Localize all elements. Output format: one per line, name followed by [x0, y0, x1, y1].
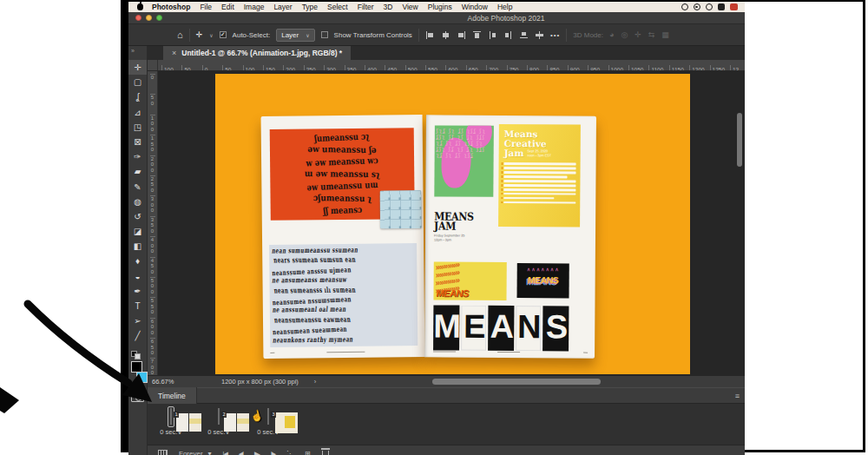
menu-item[interactable]: 3D — [384, 3, 393, 11]
close-window-button[interactable] — [135, 15, 141, 21]
evernote-icon[interactable] — [718, 3, 725, 10]
frame-tool[interactable]: ⊠ — [128, 135, 147, 149]
first-frame-button[interactable]: |◀ — [223, 451, 227, 455]
document-canvas[interactable]: ʃumeanssu ɔʅəw umeanssu ʃəw əw meanssu w… — [215, 74, 690, 374]
menu-item[interactable]: Type — [302, 3, 318, 11]
ruler-tick-label: 100 — [150, 115, 155, 135]
status-chevron-icon[interactable]: › — [314, 378, 317, 386]
object-selection-tool[interactable]: ⊿ — [128, 105, 147, 120]
menu-item[interactable]: Help — [497, 3, 512, 11]
3d-slide-icon[interactable]: ⇆ — [648, 30, 655, 39]
frame-thumbnail[interactable]: 2 — [218, 408, 220, 425]
auto-select-checkbox[interactable]: ✓ — [220, 31, 227, 38]
ruler-tick-label: 850 — [547, 65, 567, 70]
delete-frame-button[interactable] — [322, 451, 329, 455]
lasso-tool[interactable]: ʆ — [128, 89, 147, 104]
animation-frame-3[interactable]: 3 ☝ 0 sec.∨ — [247, 406, 290, 436]
quick-mask-icon[interactable] — [131, 392, 144, 402]
panel-menu-icon[interactable]: ≡ — [735, 392, 740, 400]
new-frame-button[interactable]: ⊞ — [305, 450, 311, 455]
vertical-scrollbar[interactable] — [737, 113, 742, 167]
means-3d-poster: »»»»»» »»»»»» »»»»»» »»»»»» MEANS — [433, 261, 506, 300]
move-tool-icon[interactable]: ✛ — [196, 30, 204, 39]
align-top-icon[interactable] — [472, 30, 482, 40]
show-transform-checkbox[interactable] — [321, 31, 328, 38]
marquee-tool[interactable]: ▢ — [128, 75, 147, 89]
distribute-left-icon[interactable] — [488, 30, 497, 40]
healing-brush-tool[interactable]: ▰ — [128, 164, 147, 179]
ruler-tick-label: 350 — [345, 65, 365, 70]
page-footer — [326, 351, 365, 353]
brush-tool[interactable]: ✎ — [128, 180, 147, 195]
home-icon[interactable]: ⌂ — [177, 30, 183, 40]
3d-scale-icon[interactable]: ▦ — [661, 30, 669, 39]
frame-thumbnail[interactable]: 3 ☝ — [267, 408, 269, 425]
app-menu[interactable]: Photoshop — [152, 3, 190, 11]
chevron-down-icon[interactable]: ∨ — [209, 32, 213, 38]
info-icon[interactable] — [706, 3, 713, 10]
blur-tool[interactable]: ♦ — [128, 254, 147, 268]
distribute-middle-icon[interactable] — [535, 30, 544, 40]
eraser-tool[interactable]: ◪ — [128, 224, 147, 239]
move-tool[interactable]: ✛ — [128, 60, 147, 75]
frame-thumbnail[interactable]: 1 — [170, 408, 172, 425]
clone-stamp-tool[interactable]: ◍ — [128, 195, 147, 209]
foreground-color-swatch[interactable] — [131, 361, 142, 373]
zoom-level[interactable]: 66.67% — [152, 378, 204, 386]
notification-badge[interactable] — [730, 3, 738, 10]
path-selection-tool[interactable]: ➢ — [128, 313, 147, 328]
history-brush-tool[interactable]: ↺ — [128, 209, 147, 224]
align-right-icon[interactable] — [457, 30, 466, 40]
apple-icon[interactable] — [137, 3, 143, 10]
align-left-icon[interactable] — [425, 30, 435, 40]
zoom-window-button[interactable] — [156, 15, 162, 21]
next-frame-button[interactable]: |▶ — [271, 451, 275, 455]
previous-frame-button[interactable]: ◀| — [239, 451, 243, 455]
3d-roll-icon[interactable]: ◎ — [621, 30, 628, 39]
more-options-icon[interactable]: ••• — [550, 31, 560, 39]
horizontal-scrollbar[interactable] — [432, 379, 601, 385]
dodge-tool[interactable]: ◒ — [128, 269, 147, 284]
convert-to-video-icon[interactable] — [158, 450, 168, 455]
menu-item[interactable]: View — [402, 3, 418, 11]
menu-item[interactable]: Select — [327, 3, 348, 11]
animation-frame-1[interactable]: 1 0 sec.∨ — [149, 406, 193, 436]
ruler-tick-label: 900 — [568, 65, 588, 70]
ruler-tick-label: 300 — [324, 65, 344, 70]
menu-item[interactable]: Image — [244, 3, 265, 11]
line-tool[interactable]: ╱ — [128, 328, 147, 343]
minimize-window-button[interactable] — [146, 15, 152, 21]
jam-detail: 12pm - 3pm — [434, 238, 491, 242]
pen-tool[interactable]: ✒ — [128, 284, 147, 299]
document-tab[interactable]: × Untitled-1 @ 66.7% (Animation-1.jpg, R… — [163, 46, 351, 60]
menu-item[interactable]: Edit — [221, 3, 234, 11]
tween-button[interactable]: ⋱ — [286, 450, 293, 455]
menu-item[interactable]: File — [200, 3, 212, 11]
distribute-center-icon[interactable] — [503, 30, 513, 40]
magazine-right-page: ʃʅʆ ʃʅ ʆʃ ʅʃʆ ʃʅ ʆʃʅ ʃʆ ʅʃ ʆʅ ʃʆʃ ʅʆ ʃʅ … — [424, 115, 596, 358]
eyedropper-tool[interactable]: ✑ — [128, 149, 147, 164]
align-center-icon[interactable] — [441, 30, 450, 40]
letter-card: E — [461, 306, 487, 351]
menu-item[interactable]: Layer — [273, 3, 292, 11]
animation-frame-2[interactable]: 2 0 sec.∨ — [197, 406, 240, 436]
creative-cloud-icon[interactable] — [694, 3, 700, 10]
menu-item[interactable]: Plugins — [428, 3, 452, 11]
record-icon[interactable] — [681, 3, 688, 10]
play-button[interactable]: ▶ — [254, 450, 260, 455]
menu-item[interactable]: Filter — [358, 3, 374, 11]
timeline-tab[interactable]: Timeline — [148, 387, 197, 404]
auto-select-target-dropdown[interactable]: Layer ∨ — [276, 29, 314, 42]
background-color-swatch[interactable] — [136, 372, 148, 383]
pasteboard[interactable]: ʃumeanssu ɔʅəw umeanssu ʃəw əw meanssu w… — [158, 71, 745, 375]
gradient-tool[interactable]: ◧ — [128, 239, 147, 254]
type-tool[interactable]: T — [128, 299, 147, 313]
loop-options-dropdown[interactable]: Forever ▾ — [179, 450, 212, 455]
close-icon[interactable]: × — [172, 49, 176, 57]
expand-panel-icon[interactable]: » — [128, 46, 147, 60]
3d-orbit-icon[interactable]: ◕ — [609, 30, 614, 39]
3d-pan-icon[interactable]: ✛ — [635, 30, 641, 39]
distribute-bottom-icon[interactable] — [519, 30, 529, 40]
menu-item[interactable]: Window — [462, 3, 488, 11]
crop-tool[interactable]: ◳ — [128, 120, 147, 135]
